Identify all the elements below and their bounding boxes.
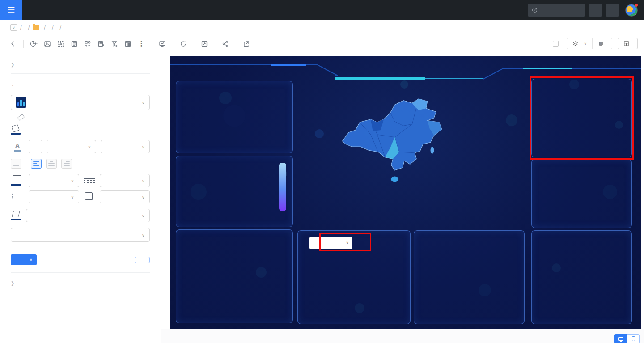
breadcrumb-app-create[interactable]: ∨: [9, 24, 17, 31]
palette-select[interactable]: ∨: [11, 228, 150, 242]
panel-title: [176, 156, 292, 162]
panel-region-top10[interactable]: [176, 229, 293, 323]
apply-dropdown-icon[interactable]: ∨: [25, 254, 37, 265]
add-widget-icon[interactable]: [81, 38, 94, 50]
monitor-icon: [618, 337, 623, 341]
panel-title: [176, 230, 292, 236]
add-text-icon[interactable]: [54, 38, 68, 50]
age-bar-chart: [176, 162, 292, 215]
border-style-select[interactable]: ∨: [100, 174, 150, 187]
section-bg-image[interactable]: ❯: [11, 277, 150, 289]
breadcrumb-separator: /: [28, 24, 30, 31]
add-chart-icon[interactable]: [27, 38, 41, 50]
export-icon[interactable]: [240, 38, 253, 50]
user-avatar[interactable]: [625, 4, 638, 17]
checkbox-icon[interactable]: [553, 41, 559, 47]
add-form-icon[interactable]: [68, 38, 81, 50]
refresh-icon[interactable]: [177, 38, 190, 50]
panel-title: [532, 231, 631, 237]
editor-toolbar: ⋮ ∨: [0, 35, 644, 52]
annotation-container-box: [530, 76, 634, 160]
title-pos-center-button[interactable]: [46, 159, 57, 169]
theme-icon: [16, 97, 26, 108]
bold-button[interactable]: [29, 140, 42, 153]
panel-title: [532, 160, 631, 165]
breadcrumb: ∨ / / / / /: [0, 20, 644, 35]
desktop-view-toggle[interactable]: [614, 334, 627, 343]
panel-disease[interactable]: [531, 159, 632, 228]
top-navbar: ☰: [0, 0, 644, 20]
apply-button[interactable]: ∨: [11, 254, 37, 265]
font-family-select[interactable]: ∨: [101, 140, 150, 153]
arrange-button[interactable]: ∨: [567, 38, 592, 49]
panel-er-week[interactable]: [176, 81, 293, 153]
er-donut-chart: [215, 97, 254, 135]
border-color-icon[interactable]: [11, 174, 24, 187]
preview-icon[interactable]: [156, 38, 169, 50]
panel-doctors[interactable]: [414, 230, 525, 324]
breadcrumb-separator: /: [60, 24, 62, 31]
disease-line-chart: [532, 165, 631, 217]
mobile-view-toggle[interactable]: [627, 334, 640, 343]
nav-forward-button[interactable]: [606, 4, 619, 17]
add-card-icon[interactable]: [94, 38, 108, 50]
border-radius-icon: [11, 190, 24, 203]
dashboard-search-box[interactable]: [528, 4, 585, 17]
title-pos-none-button[interactable]: [11, 159, 21, 169]
border-style-icon: [84, 175, 95, 186]
section-title-collapsed[interactable]: ❯: [11, 59, 150, 71]
font-color-button[interactable]: A: [11, 140, 24, 153]
panel-drugs[interactable]: [531, 230, 632, 324]
breadcrumb-separator: /: [52, 24, 54, 31]
shadow-icon: [84, 191, 95, 203]
add-table-icon[interactable]: [121, 38, 135, 50]
add-image-icon[interactable]: [41, 38, 54, 50]
gradient-legend: [279, 163, 286, 211]
panel-department[interactable]: ∨: [297, 230, 411, 324]
padding-select[interactable]: ∨: [26, 209, 150, 222]
add-filter-icon[interactable]: [108, 38, 121, 50]
china-map[interactable]: [302, 95, 504, 187]
more-icon[interactable]: ⋮: [135, 38, 148, 50]
style-settings-sidebar: ❯ ⌄ ∨ A ∨ ∨ ∨ ∨ ∨: [0, 52, 161, 343]
panel-age-distribution[interactable]: [176, 156, 293, 227]
theme-select[interactable]: ∨: [11, 95, 150, 110]
canvas-footer: [161, 329, 644, 343]
bg-color-icon[interactable]: [11, 210, 21, 221]
paint-bucket-icon[interactable]: [11, 125, 21, 135]
panel-title: [176, 81, 292, 87]
breadcrumb-doc-demo[interactable]: [33, 25, 41, 30]
save-as-button[interactable]: [135, 257, 150, 263]
font-size-select[interactable]: ∨: [47, 140, 96, 153]
hamburger-menu-icon[interactable]: ☰: [0, 0, 22, 20]
breadcrumb-separator: /: [20, 24, 22, 31]
title-pos-right-button[interactable]: [61, 159, 72, 169]
dashboard-icon: [532, 8, 537, 13]
panel-title: [414, 231, 524, 239]
nav-back-button[interactable]: [589, 4, 602, 17]
section-dashboard-style[interactable]: ⌄: [11, 78, 150, 90]
fullscreen-icon[interactable]: [198, 38, 211, 50]
dashboard-canvas[interactable]: ∨: [170, 56, 641, 329]
annotation-filter-box: [319, 233, 371, 251]
border-radius-select[interactable]: ∨: [29, 190, 79, 203]
eraser-icon[interactable]: [17, 114, 25, 121]
sample-query-checkbox[interactable]: [553, 40, 561, 47]
back-icon[interactable]: [6, 38, 20, 50]
border-width-select[interactable]: ∨: [29, 174, 79, 187]
breadcrumb-separator: /: [44, 24, 46, 31]
layers-button[interactable]: [592, 38, 612, 49]
folder-icon: [33, 25, 39, 30]
page-layout-button[interactable]: [618, 38, 638, 49]
share-icon[interactable]: [219, 38, 232, 50]
chevron-down-icon[interactable]: ∨: [10, 24, 17, 31]
shadow-select[interactable]: ∨: [100, 190, 150, 203]
title-pos-left-button[interactable]: [31, 159, 42, 169]
phone-icon: [632, 336, 635, 341]
